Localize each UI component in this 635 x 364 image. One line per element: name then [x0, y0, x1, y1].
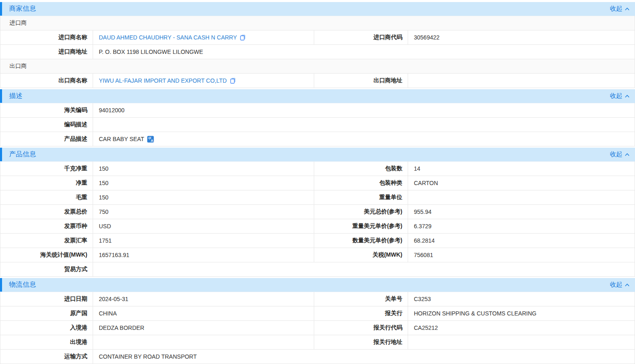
field-value-text: CHINA	[99, 310, 117, 317]
field-value-text: 94012000	[99, 107, 124, 114]
table-row: 出境港报关行地址	[0, 335, 635, 350]
section-header-description: 描述收起	[0, 89, 635, 103]
field-label: 数量美元单价(参考)	[314, 234, 408, 248]
table-row: 千克净重150包装数14	[0, 162, 635, 176]
section-header-logistics-info: 物流信息收起	[0, 278, 635, 292]
section-header-merchant-info: 商家信息收起	[0, 2, 635, 16]
field-label: 产品描述	[0, 132, 93, 146]
field-value-text: 30569422	[414, 34, 439, 41]
field-value: 30569422	[408, 30, 635, 44]
subsection-label: 进口商	[9, 19, 27, 27]
subsection-label: 出口商	[9, 63, 27, 70]
field-value	[93, 118, 635, 132]
field-label: 关税(MWK)	[314, 248, 408, 262]
field-value-text: 750	[99, 209, 108, 215]
field-value: 150	[93, 176, 314, 190]
field-value: 1657163.91	[93, 248, 314, 262]
section-title: 描述	[9, 92, 23, 100]
table-row: 运输方式CONTAINER BY ROAD TRANSPORT	[0, 350, 635, 364]
field-label: 重量美元单价(参考)	[314, 219, 408, 233]
table-row: 毛重150重量单位	[0, 190, 635, 205]
field-value-text: 68.2814	[414, 237, 435, 244]
section-body: 千克净重150包装数14净重150包装种类CARTON毛重150重量单位发票总价…	[0, 161, 635, 277]
field-value: YIWU AL-FAJAR IMPORT AND EXPORT CO,LTD	[93, 74, 314, 88]
field-value: 756081	[408, 248, 635, 262]
field-label: 贸易方式	[0, 262, 93, 276]
collapse-button[interactable]: 收起	[610, 151, 630, 158]
field-value	[93, 335, 314, 349]
table-row: 进口商名称DAUD AHMED CHAUDHRY - SANA CASH N C…	[0, 30, 635, 45]
table-row: 编码描述	[0, 118, 635, 132]
field-label: 海关统计值(MWK)	[0, 248, 93, 262]
field-label: 美元总价(参考)	[314, 205, 408, 219]
field-value	[408, 190, 635, 204]
field-label: 进口商代码	[314, 30, 408, 44]
field-value: 14	[408, 162, 635, 176]
field-value	[93, 262, 635, 276]
table-row: 海关统计值(MWK)1657163.91关税(MWK)756081	[0, 248, 635, 262]
table-row: 进口商地址P. O. BOX 1198 LILONGWE LILONGWE	[0, 45, 635, 59]
section-logistics-info: 物流信息收起进口日期2024-05-31关单号C3253原产国CHINA报关行H…	[0, 278, 635, 364]
collapse-button[interactable]: 收起	[610, 281, 630, 289]
field-value-text: USD	[99, 223, 111, 230]
section-body: 进口日期2024-05-31关单号C3253原产国CHINA报关行HORIZON…	[0, 292, 635, 364]
field-value-text: 150	[99, 194, 108, 201]
collapse-label: 收起	[610, 92, 622, 100]
field-label: 原产国	[0, 306, 93, 320]
trade-record-detail-page: 商家信息收起进口商进口商名称DAUD AHMED CHAUDHRY - SANA…	[0, 0, 635, 364]
field-value: CONTAINER BY ROAD TRANSPORT	[93, 350, 635, 364]
field-label: 运输方式	[0, 350, 93, 364]
table-row: 发票汇率1751数量美元单价(参考)68.2814	[0, 234, 635, 248]
collapse-label: 收起	[610, 281, 622, 289]
section-description: 描述收起海关编码94012000编码描述产品描述CAR BABY SEAT中A	[0, 89, 635, 146]
field-label: 报关行地址	[314, 335, 408, 349]
field-value	[408, 335, 635, 349]
field-label: 发票总价	[0, 205, 93, 219]
field-value-text: CA25212	[414, 325, 438, 331]
field-label: 出口商名称	[0, 74, 93, 88]
company-name-link[interactable]: DAUD AHMED CHAUDHRY - SANA CASH N CARRY	[99, 34, 237, 41]
field-label: 报关行代码	[314, 321, 408, 335]
field-value-text: P. O. BOX 1198 LILONGWE LILONGWE	[99, 49, 203, 55]
field-label: 进口商地址	[0, 45, 93, 59]
copy-icon[interactable]	[230, 77, 236, 84]
field-value: 68.2814	[408, 234, 635, 248]
field-value-text: 6.3729	[414, 223, 432, 230]
field-value-text: CARTON	[414, 180, 438, 186]
table-row: 发票币种USD重量美元单价(参考)6.3729	[0, 219, 635, 234]
field-value-text: 150	[99, 165, 108, 172]
translate-icon[interactable]: 中A	[147, 136, 154, 143]
table-row: 出口商名称YIWU AL-FAJAR IMPORT AND EXPORT CO,…	[0, 74, 635, 88]
field-label: 净重	[0, 176, 93, 190]
collapse-button[interactable]: 收起	[610, 92, 630, 100]
field-label: 进口日期	[0, 292, 93, 306]
field-value: 150	[93, 162, 314, 176]
table-row: 原产国CHINA报关行HORIZON SHIPPING & CUSTOMS CL…	[0, 306, 635, 321]
collapse-button[interactable]: 收起	[610, 5, 630, 13]
table-row: 产品描述CAR BABY SEAT中A	[0, 132, 635, 146]
field-value: CAR BABY SEAT中A	[93, 132, 635, 146]
field-value-text: 955.94	[414, 209, 432, 215]
field-value: 6.3729	[408, 219, 635, 233]
field-value: 2024-05-31	[93, 292, 314, 306]
field-value-text: 1657163.91	[99, 252, 129, 258]
field-value-text: 150	[99, 180, 108, 186]
table-row: 净重150包装种类CARTON	[0, 176, 635, 190]
field-label: 千克净重	[0, 162, 93, 176]
section-title: 物流信息	[9, 281, 36, 289]
field-value-text: CONTAINER BY ROAD TRANSPORT	[99, 353, 197, 360]
field-label: 毛重	[0, 190, 93, 204]
copy-icon[interactable]	[240, 34, 246, 41]
field-value-text: HORIZON SHIPPING & CUSTOMS CLEARING	[414, 310, 537, 317]
field-value: C3253	[408, 292, 635, 306]
field-value: CA25212	[408, 321, 635, 335]
svg-text:A: A	[151, 139, 153, 143]
section-body: 海关编码94012000编码描述产品描述CAR BABY SEAT中A	[0, 103, 635, 146]
section-product-info: 产品信息收起千克净重150包装数14净重150包装种类CARTON毛重150重量…	[0, 148, 635, 277]
field-label: 包装数	[314, 162, 408, 176]
field-value: USD	[93, 219, 314, 233]
field-value-text: 2024-05-31	[99, 296, 128, 302]
company-name-link[interactable]: YIWU AL-FAJAR IMPORT AND EXPORT CO,LTD	[99, 77, 227, 84]
field-value-text: CAR BABY SEAT	[99, 136, 144, 142]
field-label: 报关行	[314, 306, 408, 320]
